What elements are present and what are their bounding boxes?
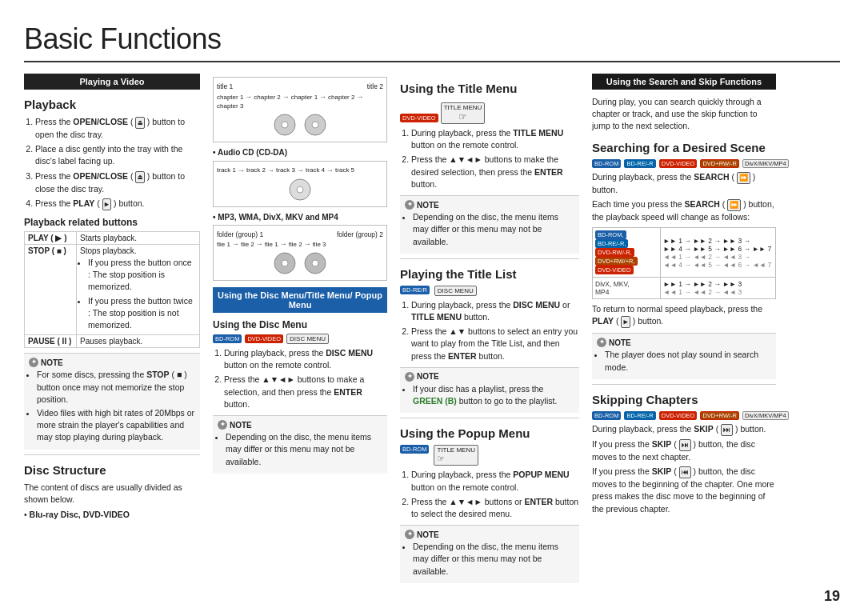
- step-2: Place a disc gently into the tray with t…: [35, 143, 200, 167]
- disc-menu-remote-icon: DISC MENU: [434, 286, 477, 296]
- step: Press the ▲▼◄► buttons or ENTER button t…: [411, 496, 579, 520]
- search-skip-bar: Using the Search and Skip Functions: [592, 74, 776, 90]
- disc-structure-desc: The content of discs are usually divided…: [24, 482, 200, 506]
- disc-svg: [288, 178, 312, 202]
- skip-desc2: If you press the SKIP ( ⏭ ) button, the …: [592, 438, 776, 463]
- title-list-heading: Playing the Title List: [400, 267, 579, 281]
- svg-point-5: [297, 186, 303, 193]
- skip-desc3: If you press the SKIP ( ⏮ ) button, the …: [592, 466, 776, 515]
- audio-cd-label: • Audio CD (CD-DA): [213, 147, 387, 159]
- disc-svg: [273, 113, 297, 137]
- search-desc1: During playback, press the SEARCH ( ⏩ ) …: [592, 171, 776, 196]
- note-item: The player does not play sound in search…: [605, 349, 771, 373]
- step-4: Press the PLAY ( ▶ ) button.: [35, 198, 200, 210]
- note-box-title-list: ✦ NOTE If your disc has a playlist, pres…: [400, 367, 579, 413]
- disc-svg: [273, 251, 297, 275]
- note-icon: ✦: [29, 358, 38, 367]
- playback-heading: Playback: [24, 98, 200, 111]
- svg-point-3: [312, 122, 318, 128]
- title-menu-heading: Using the Title Menu: [400, 82, 579, 95]
- disc-diagram-bluray: title 1 title 2 chapter 1 → chapter 2 → …: [213, 77, 387, 281]
- skip-desc1: During playback, press the SKIP ( ⏭ ) bu…: [592, 423, 776, 436]
- popup-menu-remote-icon: TITLE MENU☞: [434, 445, 478, 466]
- note-box-search: ✦ NOTE The player does not play sound in…: [592, 333, 776, 378]
- playing-video-bar: Playing a Video: [24, 74, 200, 90]
- note-box-popup-menu: ✦ NOTE Depending on the disc, the menu i…: [400, 525, 579, 583]
- disc-badges: BD-ROM DVD-VIDEO DISC MENU: [213, 334, 387, 344]
- step: During playback, press the DISC MENU but…: [224, 347, 387, 371]
- skip-chapters-heading: Skipping Chapters: [592, 393, 776, 406]
- step: Press the ▲▼◄► buttons to make a selecti…: [224, 374, 387, 410]
- step-3: Press the OPEN/CLOSE ( ⏏ ) button to clo…: [35, 170, 200, 195]
- popup-menu-steps: During playback, press the POPUP MENU bu…: [400, 469, 579, 520]
- svg-point-7: [282, 260, 288, 266]
- step: Press the ▲▼◄► buttons to make the desir…: [411, 154, 579, 190]
- playback-related-heading: Playback related buttons: [24, 217, 200, 228]
- disc-structure-heading: Disc Structure: [24, 463, 200, 477]
- playback-steps: Press the OPEN/CLOSE ( ⏏ ) button to ope…: [24, 116, 200, 210]
- disc-menu-heading: Using the Disc Menu: [213, 319, 387, 330]
- search-desc: During play, you can search quickly thro…: [592, 96, 776, 133]
- speed-table: BD-ROM, BD-RE/-R, DVD-RW/-R, DVD+RW/+R, …: [592, 227, 776, 299]
- disc-menu-icon: DISC MENU: [286, 334, 329, 344]
- desired-scene-heading: Searching for a Desired Scene: [592, 141, 776, 154]
- note-item: Video files with high bit rates of 20Mbp…: [37, 407, 195, 444]
- step: During playback, press the DISC MENU or …: [411, 299, 579, 323]
- page: Basic Functions Playing a Video Playback…: [0, 0, 864, 616]
- title-list-steps: During playback, press the DISC MENU or …: [400, 299, 579, 362]
- disc-structure-bullet: • Blu-ray Disc, DVD-VIDEO: [24, 509, 200, 521]
- table-row: PLAY ( ▶ ) Starts playback.: [25, 232, 200, 245]
- disc-svg: [303, 113, 327, 137]
- table-row: DivX, MKV, MP4 ►► 1 → ►► 2 → ►► 3 ◄◄ 1 →…: [593, 278, 776, 299]
- svg-point-1: [282, 122, 288, 128]
- svg-point-9: [312, 260, 318, 266]
- skip-badges: BD-ROM BD-RE/-R DVD-VIDEO DVD+RW/-R DivX…: [592, 411, 776, 420]
- title-menu-remote-icon: TITLE MENU☞: [441, 102, 486, 124]
- disc-svg: [303, 251, 327, 275]
- playback-table: PLAY ( ▶ ) Starts playback. STOP ( ■ ) S…: [24, 231, 200, 348]
- step: During playback, press the POPUP MENU bu…: [411, 469, 579, 493]
- column-3: Using the Title Menu DVD-VIDEO TITLE MEN…: [400, 74, 579, 595]
- disc-menu-steps: During playback, press the DISC MENU but…: [213, 347, 387, 410]
- note-item: If your disc has a playlist, press the G…: [413, 383, 574, 407]
- note-item: Depending on the disc, the menu items ma…: [226, 431, 382, 468]
- note-box-title-menu: ✦ NOTE Depending on the disc, the menu i…: [400, 195, 579, 254]
- step: Press the ▲▼ buttons to select an entry …: [411, 326, 579, 362]
- note-item: Depending on the disc, the menu items ma…: [413, 541, 574, 578]
- column-1: Playing a Video Playback Press the OPEN/…: [24, 74, 200, 595]
- note-box-playback: ✦ NOTE For some discs, pressing the STOP…: [24, 353, 200, 449]
- column-2: title 1 title 2 chapter 1 → chapter 2 → …: [213, 74, 387, 595]
- disc-menu-bar: Using the Disc Menu/Title Menu/ Popup Me…: [213, 287, 387, 313]
- title-menu-steps: During playback, press the TITLE MENU bu…: [400, 127, 579, 190]
- table-row: STOP ( ■ ) Stops playback. If you press …: [25, 245, 200, 335]
- normal-speed-desc: To return to normal speed playback, pres…: [592, 303, 776, 328]
- column-4: Using the Search and Skip Functions Duri…: [592, 74, 776, 595]
- table-row: BD-ROM, BD-RE/-R, DVD-RW/-R, DVD+RW/+R, …: [593, 228, 776, 278]
- step: During playback, press the TITLE MENU bu…: [411, 127, 579, 151]
- page-title: Basic Functions: [24, 22, 840, 62]
- search-desc2: Each time you press the SEARCH ( ⏩ ) but…: [592, 198, 776, 223]
- note-item: For some discs, pressing the STOP ( ■ ) …: [37, 369, 195, 406]
- table-row: PAUSE ( II ) Pauses playback.: [25, 335, 200, 348]
- page-number: 19: [824, 588, 840, 605]
- mp3-label: • MP3, WMA, DivX, MKV and MP4: [213, 212, 387, 224]
- popup-menu-heading: Using the Popup Menu: [400, 426, 579, 440]
- note-item: Depending on the disc, the menu items ma…: [413, 211, 574, 248]
- step-1: Press the OPEN/CLOSE ( ⏏ ) button to ope…: [35, 116, 200, 141]
- search-badges: BD-ROM BD-RE/-R DVD-VIDEO DVD+RW/-R DivX…: [592, 159, 776, 168]
- note-box-disc-menu: ✦ NOTE Depending on the disc, the menu i…: [213, 415, 387, 474]
